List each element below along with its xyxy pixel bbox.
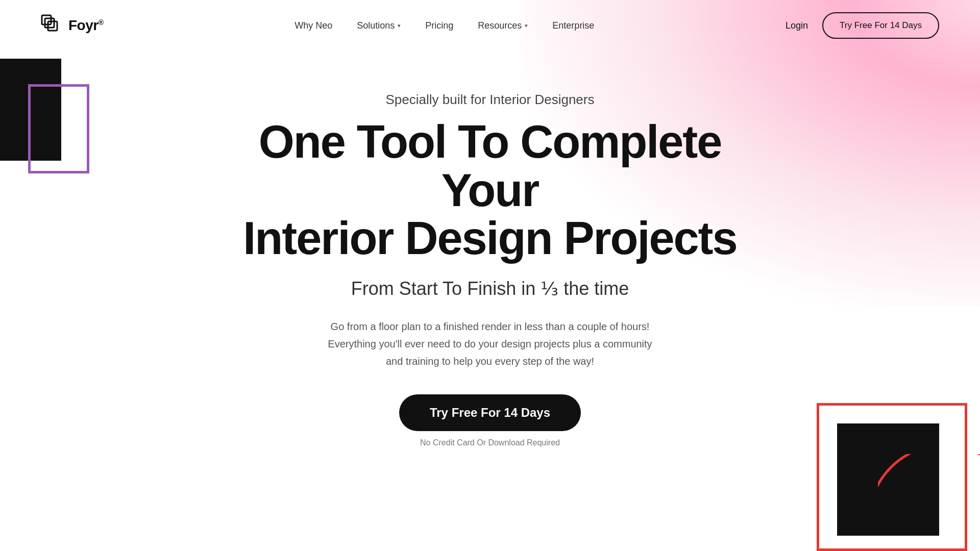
hero-section: Specially built for Interior Designers O… (0, 51, 980, 488)
nav-link-why-neo[interactable]: Why Neo (295, 20, 332, 31)
logo-wordmark: Foyr® (68, 17, 104, 34)
nav-link-pricing[interactable]: Pricing (425, 20, 453, 31)
login-link[interactable]: Login (786, 20, 808, 31)
hero-description: Go from a floor plan to a finished rende… (327, 318, 653, 370)
nav-item-resources[interactable]: Resources ▾ (478, 20, 528, 31)
nav-link-resources[interactable]: Resources ▾ (478, 20, 528, 31)
nav-item-solutions[interactable]: Solutions ▾ (357, 20, 401, 31)
navbar: Foyr® Why Neo Solutions ▾ Pricing Resour… (0, 0, 980, 51)
nav-item-pricing[interactable]: Pricing (425, 20, 453, 31)
hero-tagline: From Start To Finish in ⅓ the time (102, 278, 878, 299)
svg-rect-1 (45, 18, 54, 28)
hero-subtitle: Specially built for Interior Designers (102, 92, 878, 108)
nav-link-solutions[interactable]: Solutions ▾ (357, 20, 401, 31)
nav-item-why-neo[interactable]: Why Neo (295, 20, 332, 31)
svg-rect-0 (42, 15, 51, 24)
try-free-nav-button[interactable]: Try Free For 14 Days (822, 12, 939, 39)
hero-title: One Tool To Complete Your Interior Desig… (209, 118, 771, 263)
try-free-hero-button[interactable]: Try Free For 14 Days (399, 394, 581, 431)
nav-link-enterprise[interactable]: Enterprise (552, 20, 594, 31)
solutions-chevron-icon: ▾ (398, 22, 401, 29)
nav-actions: Login Try Free For 14 Days (786, 12, 939, 39)
logo[interactable]: Foyr® (41, 14, 104, 37)
resources-chevron-icon: ▾ (525, 22, 528, 29)
hero-disclaimer: No Credit Card Or Download Required (102, 438, 878, 447)
nav-links: Why Neo Solutions ▾ Pricing Resources ▾ … (295, 20, 594, 31)
logo-icon (41, 14, 63, 37)
nav-item-enterprise[interactable]: Enterprise (552, 20, 594, 31)
svg-rect-2 (48, 21, 57, 31)
